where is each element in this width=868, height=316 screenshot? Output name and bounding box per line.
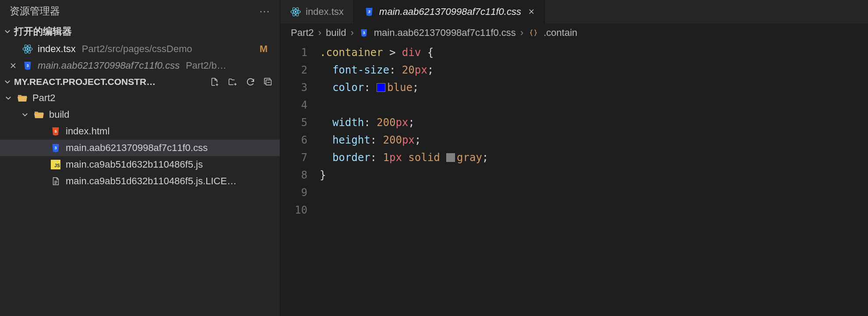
tab-label: index.tsx: [306, 6, 344, 18]
code-line[interactable]: width: 200px;: [320, 114, 868, 131]
explorer-sidebar: 资源管理器 ··· 打开的编辑器 index.tsx Part2/src/pag…: [0, 0, 280, 316]
css-icon: 3: [358, 27, 370, 39]
explorer-title: 资源管理器: [10, 4, 60, 18]
modified-badge: M: [260, 43, 275, 55]
svg-text:3: 3: [363, 31, 365, 35]
file-row[interactable]: 3main.aab621370998af7c11f0.css: [0, 140, 280, 156]
css-icon: 3: [22, 60, 33, 71]
svg-point-0: [27, 48, 28, 50]
tab-bar: index.tsx3main.aab621370998af7c11f0.css: [280, 0, 868, 24]
file-row[interactable]: 5index.html: [0, 123, 280, 140]
line-number: 3: [280, 79, 307, 96]
tree-item-label: index.html: [66, 126, 109, 137]
svg-text:3: 3: [368, 10, 370, 14]
color-swatch[interactable]: [377, 83, 385, 92]
tree-item-label: main.aab621370998af7c11f0.css: [66, 142, 208, 154]
svg-point-10: [295, 11, 296, 13]
tab[interactable]: 3main.aab621370998af7c11f0.css: [354, 0, 545, 24]
chevron-down-icon: [4, 95, 12, 101]
line-number: 2: [280, 61, 307, 79]
explorer-more-icon[interactable]: ···: [260, 6, 272, 17]
editor-pane: index.tsx3main.aab621370998af7c11f0.css …: [280, 0, 868, 316]
open-editor-item[interactable]: index.tsx Part2/src/pages/cssDemo M: [0, 41, 280, 57]
chevron-right-icon: ›: [520, 27, 523, 39]
folder-open-icon: [17, 92, 28, 104]
open-editors-label: 打开的编辑器: [14, 25, 72, 38]
breadcrumb-part[interactable]: build: [326, 27, 346, 39]
new-folder-icon[interactable]: [227, 77, 238, 87]
breadcrumb-symbol[interactable]: .contain: [543, 27, 577, 39]
svg-text:JS: JS: [54, 163, 60, 168]
close-icon[interactable]: [9, 62, 18, 69]
chevron-down-icon: [4, 79, 11, 85]
code-area[interactable]: 12345678910 .container > div { font-size…: [280, 42, 868, 316]
open-editor-item[interactable]: 3 main.aab621370998af7c11f0.css Part2/b…: [0, 57, 280, 74]
close-icon[interactable]: [528, 6, 535, 18]
color-swatch[interactable]: [446, 153, 455, 162]
svg-text:3: 3: [26, 63, 28, 68]
project-label: MY.REACT.PROJECT.CONSTR…: [14, 77, 207, 87]
txt-icon: [50, 176, 61, 187]
explorer-header: 资源管理器 ···: [0, 0, 280, 22]
code-line[interactable]: font-size: 20px;: [320, 61, 868, 79]
code-line[interactable]: [320, 184, 868, 201]
chevron-right-icon: ›: [350, 27, 353, 39]
breadcrumb[interactable]: Part2 › build › 3 main.aab621370998af7c1…: [280, 24, 868, 42]
line-number: 9: [280, 184, 307, 201]
code-content[interactable]: .container > div { font-size: 20px; colo…: [320, 44, 868, 316]
css-icon: 3: [363, 6, 375, 18]
open-editor-filename: index.tsx: [38, 43, 76, 55]
folder-row[interactable]: Part2: [0, 90, 280, 106]
code-line[interactable]: }: [320, 166, 868, 184]
css-icon: 3: [50, 142, 61, 154]
line-number: 8: [280, 166, 307, 184]
tab[interactable]: index.tsx: [280, 0, 354, 24]
code-line[interactable]: border: 1px solid gray;: [320, 149, 868, 166]
open-editor-filename: main.aab621370998af7c11f0.css: [38, 60, 180, 71]
line-number: 7: [280, 149, 307, 166]
open-editors-list: index.tsx Part2/src/pages/cssDemo M 3 ma…: [0, 41, 280, 74]
line-number: 1: [280, 44, 307, 61]
file-row[interactable]: JSmain.ca9ab51d632b110486f5.js: [0, 156, 280, 173]
open-editors-header[interactable]: 打开的编辑器: [0, 22, 280, 41]
breadcrumb-file[interactable]: main.aab621370998af7c11f0.css: [374, 27, 516, 39]
line-number: 6: [280, 131, 307, 149]
chevron-down-icon: [21, 112, 29, 118]
react-icon: [290, 6, 301, 18]
project-header[interactable]: MY.REACT.PROJECT.CONSTR…: [0, 74, 280, 90]
svg-text:5: 5: [54, 129, 56, 133]
breadcrumb-part[interactable]: Part2: [291, 27, 314, 39]
folder-row[interactable]: build: [0, 106, 280, 123]
tree-item-label: main.ca9ab51d632b110486f5.js.LICE…: [66, 176, 236, 187]
line-number: 10: [280, 201, 307, 219]
code-line[interactable]: color: blue;: [320, 79, 868, 96]
tree-item-label: build: [49, 109, 69, 120]
code-line[interactable]: [320, 96, 868, 114]
chevron-right-icon: ›: [318, 27, 321, 39]
react-icon: [22, 43, 33, 55]
code-line[interactable]: [320, 201, 868, 219]
chevron-down-icon: [4, 28, 11, 35]
new-file-icon[interactable]: [210, 77, 219, 87]
svg-text:3: 3: [54, 146, 56, 150]
line-number: 4: [280, 96, 307, 114]
project-actions: [210, 77, 276, 87]
file-row[interactable]: main.ca9ab51d632b110486f5.js.LICE…: [0, 173, 280, 190]
gutter: 12345678910: [280, 44, 320, 316]
css-rule-icon: [528, 27, 539, 39]
open-editor-path: Part2/b…: [186, 60, 226, 71]
code-line[interactable]: .container > div {: [320, 44, 868, 61]
tree-item-label: Part2: [32, 92, 56, 104]
tab-label: main.aab621370998af7c11f0.css: [379, 6, 521, 18]
folder-open-icon: [33, 109, 45, 120]
open-editor-path: Part2/src/pages/cssDemo: [82, 43, 192, 55]
collapse-all-icon[interactable]: [263, 77, 273, 87]
line-number: 5: [280, 114, 307, 131]
refresh-icon[interactable]: [246, 77, 255, 87]
tree-item-label: main.ca9ab51d632b110486f5.js: [66, 159, 203, 170]
html-icon: 5: [50, 126, 61, 137]
js-icon: JS: [50, 159, 61, 170]
code-line[interactable]: height: 200px;: [320, 131, 868, 149]
folder-tree: Part2build5index.html3main.aab621370998a…: [0, 90, 280, 190]
